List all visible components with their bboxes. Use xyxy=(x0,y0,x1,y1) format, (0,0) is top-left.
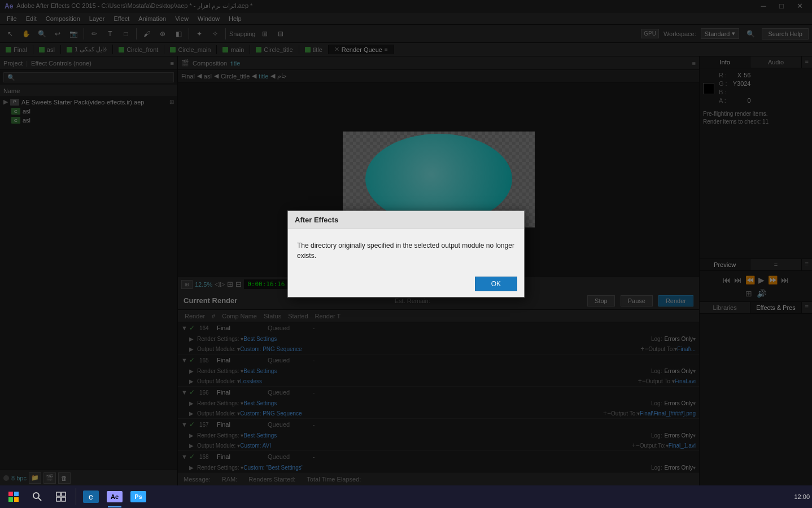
svg-rect-3 xyxy=(14,497,19,502)
svg-rect-8 xyxy=(56,497,60,501)
taskbar-right: 12:00 xyxy=(794,493,810,500)
svg-line-5 xyxy=(38,498,41,501)
svg-rect-2 xyxy=(8,497,13,502)
taskbar-ae[interactable]: Ae xyxy=(103,486,126,507)
svg-rect-6 xyxy=(56,492,60,496)
search-icon xyxy=(32,492,42,502)
dialog-ok-button[interactable]: OK xyxy=(475,277,517,291)
taskbar-ps[interactable]: Ps xyxy=(127,486,150,507)
ae-icon: Ae xyxy=(107,491,123,502)
dialog-title-text: After Effects xyxy=(295,216,338,224)
task-view-button[interactable] xyxy=(50,486,72,507)
dialog-title-bar: After Effects xyxy=(288,211,524,229)
search-button[interactable] xyxy=(26,486,49,507)
taskbar-ie[interactable]: e xyxy=(80,486,102,507)
start-button[interactable] xyxy=(2,486,25,507)
clock: 12:00 xyxy=(794,493,810,500)
windows-logo-icon xyxy=(8,492,19,502)
taskbar: e Ae Ps 12:00 xyxy=(0,485,812,508)
after-effects-dialog: After Effects The directory originally s… xyxy=(287,211,525,297)
dialog-message: The directory originally specified in th… xyxy=(297,240,515,261)
dialog-overlay: After Effects The directory originally s… xyxy=(0,0,812,508)
svg-rect-1 xyxy=(14,492,19,496)
task-view-icon xyxy=(56,492,66,502)
dialog-footer: OK xyxy=(288,272,524,297)
svg-point-4 xyxy=(33,493,39,498)
svg-rect-0 xyxy=(8,492,13,496)
ie-icon: e xyxy=(83,491,99,503)
dialog-body: The directory originally specified in th… xyxy=(288,229,524,272)
taskbar-separator xyxy=(76,488,76,505)
svg-rect-9 xyxy=(62,497,66,501)
svg-rect-7 xyxy=(62,492,66,496)
ps-icon: Ps xyxy=(130,491,146,502)
